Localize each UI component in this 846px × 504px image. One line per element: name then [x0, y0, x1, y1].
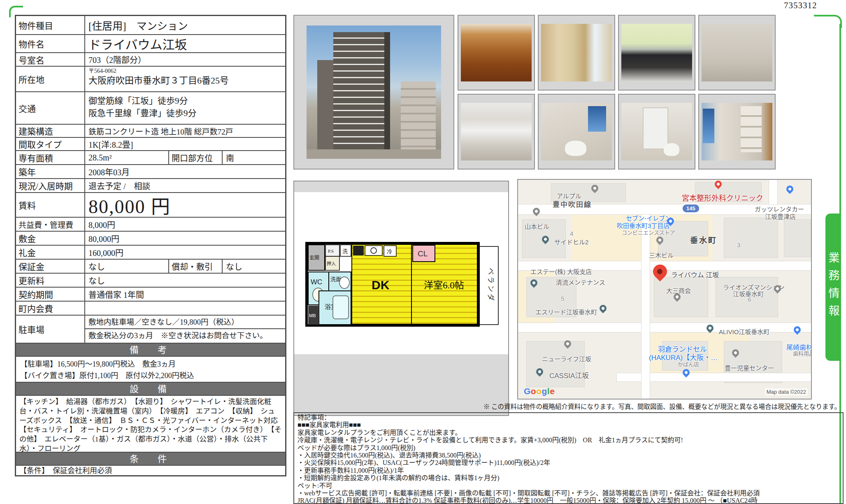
special-notes-line: ・短期解約違約金設定あり(1年未満の解約の場合は、賃料等1ヶ月分)	[297, 474, 839, 482]
photo-frame	[618, 15, 695, 91]
remarks-line: 【バイク置き場】原付1,100円 原付以外2,200円税込	[20, 370, 281, 381]
map-label: エスリード江坂垂水町	[535, 307, 597, 316]
table-row: 物件名 ドライバウム江坂	[16, 34, 285, 52]
table-row: 町内会費	[16, 301, 285, 315]
building-tower	[333, 32, 390, 149]
field-label: 築年	[16, 165, 85, 178]
special-notes-line: ・webサービス広告掲載 [許可]・転載事前連絡 [不要]・画像の転載 [不可]…	[297, 490, 839, 497]
special-notes-line: JRAC(月額保証) 月額保証料…賃料合計の1.3% 保証事務手数料(初回のみ)…	[297, 497, 839, 504]
map-label: 山本ビル	[525, 222, 549, 230]
field-label: 償却・敷引	[168, 260, 223, 273]
building-road	[307, 149, 441, 159]
table-row: 建築構造 鉄筋コンクリート造 地上10階 総戸数72戸	[16, 124, 285, 137]
block-number: 3	[737, 242, 740, 249]
transport-line: 阪急千里線「豊津」徒歩9分	[88, 107, 282, 119]
svg-text:洗: 洗	[342, 248, 348, 254]
map-label-clinic: 宮本整形外科クリニック	[682, 192, 763, 203]
photo-building-exterior	[307, 26, 441, 159]
special-notes-line: 冷蔵庫・洗濯機・電子レンジ・テレビ・ライトを設備として利用できます。家賃+3,0…	[297, 437, 839, 444]
field-value: [住居用] マンション	[85, 16, 285, 34]
field-label: 交通	[16, 92, 85, 124]
block-number: 6	[748, 296, 751, 303]
field-label: 契約期間	[16, 288, 85, 301]
property-name: ドライバウム江坂	[85, 35, 285, 52]
address: 〒564-0062 大阪府吹田市垂水町３丁目6番25号	[85, 67, 285, 91]
special-notes-title: 特記事項：	[297, 414, 839, 421]
field-label: 物件名	[16, 35, 85, 52]
disclaimer-note: ※ この資料は物件の概略紹介資料になります。写真、間取図面、設備、概要などが現況…	[293, 402, 841, 411]
field-label: 建築構造	[16, 125, 85, 137]
svg-text:洋室6.0帖: 洋室6.0帖	[424, 280, 464, 290]
transport-line: 御堂筋線「江坂」徒歩9分	[88, 95, 282, 107]
special-notes-line: ・火災保険料15,000円(2年)、USAC(ユーザック24時間管理サポート)1…	[297, 459, 839, 467]
photo-building-frame	[293, 15, 454, 170]
table-row: 賃料 80,000 円	[16, 192, 285, 217]
table-row: 敷金 80,000円	[16, 231, 285, 245]
field-label: 駐車場	[16, 316, 85, 343]
photo-bathroom	[702, 24, 772, 81]
map-building	[526, 341, 585, 387]
table-row: 物件種目 [住居用] マンション	[16, 16, 285, 34]
table-row: 契約期間 普通借家 1年間	[16, 287, 285, 301]
special-notes-line: ■■■家具家電利用■■■	[297, 421, 839, 429]
green-border-top-right	[814, 15, 842, 28]
window	[588, 106, 607, 132]
conditions-block: 【条件】 保証会社利用必須	[16, 465, 285, 475]
field-label: 号室名	[16, 53, 85, 66]
section-header-remarks: 備 考	[16, 343, 285, 356]
map-pin-icon	[598, 303, 608, 313]
map-label: ニューライフ江坂	[542, 354, 591, 363]
car-rental-pin-icon	[785, 184, 795, 194]
remarks-block: 【駐車場】16,500円～19,800円税込 敷金3ヵ月 【バイク置き場】原付1…	[16, 356, 285, 382]
route-badge: 145	[682, 204, 700, 213]
remarks-line: 【駐車場】16,500円～19,800円税込 敷金3ヵ月	[20, 358, 281, 370]
field-value: 160,000円	[85, 246, 285, 259]
photo-toilet	[541, 103, 612, 160]
special-notes-line: ペット:不可	[297, 482, 839, 490]
special-notes-line: ・更新事務手数料11,000円(税込)/1年	[297, 467, 839, 474]
photo-frame	[618, 94, 695, 170]
svg-text:DK: DK	[372, 278, 390, 292]
document-number: 7353312	[784, 0, 837, 11]
transport: 御堂筋線「江坂」徒歩9分 阪急千里線「豊津」徒歩9分	[85, 92, 285, 124]
field-value: 2008年03月	[85, 165, 285, 178]
map-label-sub: 歯科用品	[793, 349, 812, 357]
field-value: 28.5m²	[85, 151, 168, 164]
property-table: 物件種目 [住居用] マンション 物件名 ドライバウム江坂 号室名 703（2階…	[15, 15, 286, 476]
parking-values: 敷地内駐車場／空きなし／19,800円（税込） 敷金税込分の3ヵ月 ※空き状況は…	[85, 316, 285, 343]
field-value: 1K[洋:8.2畳]	[85, 138, 285, 150]
map-building	[724, 218, 778, 258]
floor-plan-box: ベランダ CL 玄関 P.S 押入 洗 冷 WC	[293, 181, 509, 416]
section-header-equipment: 設 備	[16, 382, 285, 395]
field-label: 現況/入居時期	[16, 179, 85, 192]
map-road	[769, 180, 777, 204]
photo-frame	[458, 15, 535, 91]
tab-gyomu-joho[interactable]: 業務情報	[825, 214, 841, 361]
field-value: 退去予定 / 相談	[85, 179, 285, 192]
map-building	[784, 219, 811, 257]
toilet-shape	[664, 143, 679, 156]
rent-value: 80,000 円	[85, 193, 285, 217]
photo-shelf-closet	[702, 103, 772, 160]
field-value	[85, 302, 285, 315]
map-label-sub: コンビニエンスストア	[622, 228, 675, 236]
address-line: 大阪府吹田市垂水町３丁目6番25号	[88, 74, 282, 87]
property-sheet: 業務情報 7353312 物件種目 [住居用] マンション 物件名 ドライバウム…	[0, 0, 846, 504]
svg-text:押入: 押入	[327, 261, 336, 266]
svg-text:ベランダ: ベランダ	[487, 268, 495, 302]
field-label: 所在地	[16, 67, 85, 91]
parking-line: 敷地内駐車場／空きなし／19,800円（税込）	[85, 316, 285, 329]
shelves	[741, 106, 762, 152]
building-side-wall	[317, 60, 333, 149]
field-value: なし	[223, 260, 285, 273]
svg-text:WC: WC	[311, 278, 322, 286]
equipment-block: 【キッチン】 給湯器（都市ガス） 【水廻り】 シャワートイレ・洗髪洗面化粧台・バ…	[16, 395, 285, 452]
svg-text:MB: MB	[309, 313, 316, 318]
map-label-sub: かばん店	[678, 360, 699, 368]
map-label: 豊一児童センター	[725, 363, 774, 372]
table-row: 築年 2008年03月	[16, 164, 285, 178]
special-notes-line: 家具家電レンタルプランをご利用頂くことが出来ます。	[297, 429, 839, 437]
map-label: 清流メンテナンス	[556, 278, 605, 286]
table-row: 所在地 〒564-0062 大阪府吹田市垂水町３丁目6番25号	[16, 66, 285, 91]
photo-frame	[698, 15, 776, 91]
